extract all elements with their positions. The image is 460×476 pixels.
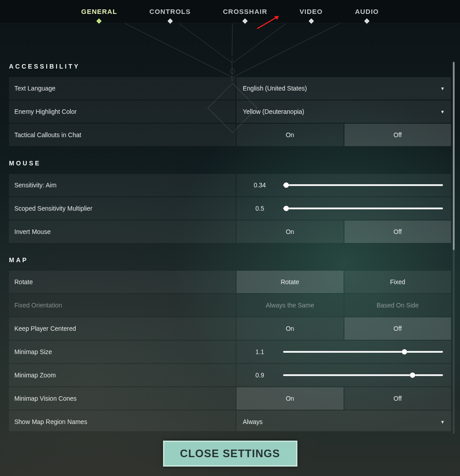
label-keep-centered: Keep Player Centered: [9, 317, 236, 340]
slider-thumb[interactable]: [410, 372, 415, 378]
row-minimap-zoom: Minimap Zoom 0.9: [9, 364, 451, 386]
close-settings-button[interactable]: CLOSE SETTINGS: [163, 441, 297, 467]
row-invert-mouse: Invert Mouse On Off: [9, 221, 451, 243]
toggle-fixed-orientation-same: Always the Same: [236, 294, 344, 316]
toggle-fixed-orientation-side: Based On Side: [344, 294, 451, 316]
footer: CLOSE SETTINGS: [0, 431, 460, 476]
label-enemy-highlight: Enemy Highlight Color: [9, 100, 236, 123]
settings-tabbar: GENERAL CONTROLS CROSSHAIR VIDEO AUDIO: [0, 0, 460, 23]
label-minimap-zoom: Minimap Zoom: [9, 364, 236, 386]
section-title-map: MAP: [9, 256, 451, 264]
label-region-names: Show Map Region Names: [9, 411, 236, 431]
label-scoped-multiplier: Scoped Sensitivity Multiplier: [9, 197, 236, 220]
label-minimap-size: Minimap Size: [9, 341, 236, 363]
label-text-language: Text Language: [9, 77, 236, 100]
dropdown-enemy-highlight[interactable]: Yellow (Deuteranopia) ▼: [236, 100, 451, 123]
value-scoped-multiplier[interactable]: 0.5: [236, 205, 283, 212]
label-tactical-callouts: Tactical Callouts in Chat: [9, 124, 236, 146]
tab-video[interactable]: VIDEO: [300, 8, 323, 15]
row-enemy-highlight: Enemy Highlight Color Yellow (Deuteranop…: [9, 100, 451, 123]
slider-thumb[interactable]: [402, 349, 407, 355]
settings-content: ACCESSIBILITY Text Language English (Uni…: [0, 23, 460, 431]
row-text-language: Text Language English (United States) ▼: [9, 77, 451, 100]
row-fixed-orientation: Fixed Orientation Always the Same Based …: [9, 294, 451, 316]
toggle-vision-cones-off[interactable]: Off: [344, 387, 451, 410]
label-invert-mouse: Invert Mouse: [9, 221, 236, 243]
scrollbar-thumb[interactable]: [453, 62, 455, 250]
caret-down-icon: ▼: [440, 109, 445, 114]
row-minimap-size: Minimap Size 1.1: [9, 341, 451, 363]
slider-minimap-zoom[interactable]: [283, 374, 443, 376]
tab-audio[interactable]: AUDIO: [355, 8, 378, 15]
tab-crosshair[interactable]: CROSSHAIR: [223, 8, 267, 15]
label-rotate: Rotate: [9, 271, 236, 293]
dropdown-text-language[interactable]: English (United States) ▼: [236, 77, 451, 100]
toggle-vision-cones-on[interactable]: On: [236, 387, 344, 410]
toggle-rotate-rotate[interactable]: Rotate: [236, 271, 344, 293]
label-fixed-orientation: Fixed Orientation: [9, 294, 236, 316]
slider-thumb[interactable]: [284, 206, 289, 211]
dropdown-region-names[interactable]: Always ▼: [236, 411, 451, 431]
caret-down-icon: ▼: [440, 420, 445, 424]
slider-scoped-multiplier[interactable]: [283, 208, 443, 209]
value-sensitivity[interactable]: 0.34: [236, 182, 283, 189]
value-enemy-highlight: Yellow (Deuteranopia): [243, 108, 304, 115]
row-scoped-multiplier: Scoped Sensitivity Multiplier 0.5: [9, 197, 451, 220]
value-minimap-zoom[interactable]: 0.9: [236, 372, 283, 379]
section-title-mouse: MOUSE: [9, 160, 451, 167]
label-sensitivity: Sensitivity: Aim: [9, 174, 236, 196]
row-region-names: Show Map Region Names Always ▼: [9, 411, 451, 431]
toggle-keep-centered-off[interactable]: Off: [344, 317, 451, 340]
toggle-tactical-callouts-on[interactable]: On: [236, 124, 344, 146]
tab-general[interactable]: GENERAL: [81, 8, 117, 15]
toggle-keep-centered-on[interactable]: On: [236, 317, 344, 340]
row-sensitivity: Sensitivity: Aim 0.34: [9, 174, 451, 196]
toggle-invert-off[interactable]: Off: [344, 221, 451, 243]
slider-minimap-size[interactable]: [283, 351, 443, 353]
value-region-names: Always: [243, 418, 262, 425]
caret-down-icon: ▼: [440, 86, 445, 91]
row-tactical-callouts: Tactical Callouts in Chat On Off: [9, 124, 451, 146]
value-text-language: English (United States): [243, 85, 307, 92]
scrollbar[interactable]: [453, 62, 455, 434]
toggle-rotate-fixed[interactable]: Fixed: [344, 271, 451, 293]
tab-controls[interactable]: CONTROLS: [150, 8, 191, 15]
slider-sensitivity[interactable]: [283, 184, 443, 186]
label-vision-cones: Minimap Vision Cones: [9, 387, 236, 410]
row-rotate: Rotate Rotate Fixed: [9, 271, 451, 293]
toggle-invert-on[interactable]: On: [236, 221, 344, 243]
section-title-accessibility: ACCESSIBILITY: [9, 63, 451, 70]
toggle-tactical-callouts-off[interactable]: Off: [344, 124, 451, 146]
row-vision-cones: Minimap Vision Cones On Off: [9, 387, 451, 410]
slider-thumb[interactable]: [284, 182, 289, 188]
value-minimap-size[interactable]: 1.1: [236, 348, 283, 355]
row-keep-centered: Keep Player Centered On Off: [9, 317, 451, 340]
